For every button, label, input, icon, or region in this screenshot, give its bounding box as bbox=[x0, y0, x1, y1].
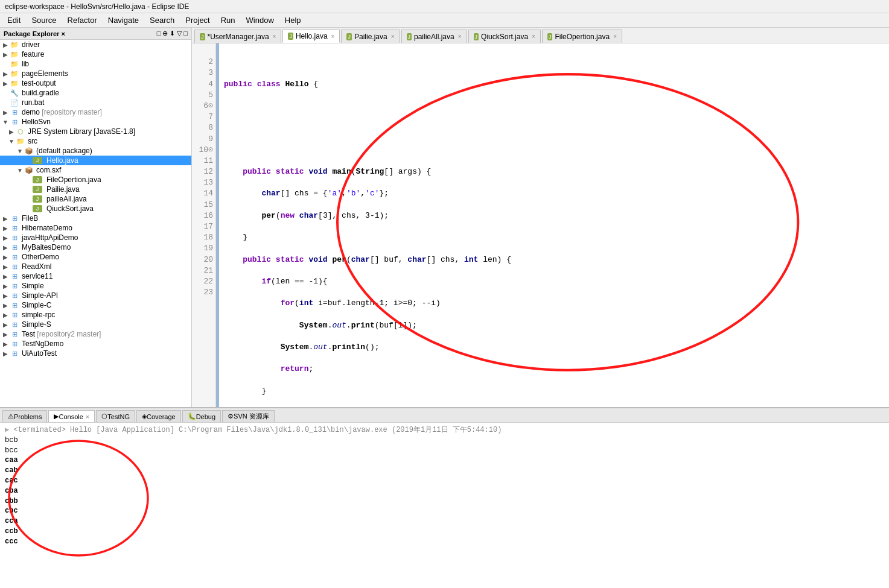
bat-icon: 📄 bbox=[10, 99, 19, 107]
sidebar-item-pailieall[interactable]: J pailieAll.java bbox=[0, 194, 191, 204]
tab-close-icon[interactable]: × bbox=[613, 33, 617, 40]
menu-navigate[interactable]: Navigate bbox=[103, 14, 144, 26]
sidebar-controls[interactable]: □ ⊕ ⬇ ▽ □ bbox=[157, 30, 188, 37]
sidebar-item-buildgradle[interactable]: 🔧 build.gradle bbox=[0, 88, 191, 98]
problems-icon: ⚠ bbox=[8, 413, 14, 420]
tab-problems[interactable]: ⚠ Problems bbox=[2, 410, 47, 422]
tab-label: TestNG bbox=[107, 413, 130, 420]
sidebar-item-label: Test [repository2 master] bbox=[22, 330, 101, 338]
menu-source[interactable]: Source bbox=[27, 14, 61, 26]
project-icon: ⊞ bbox=[10, 292, 19, 300]
project-icon: ⊞ bbox=[10, 350, 19, 358]
sidebar-item-pageElements[interactable]: ▶ 📁 pageElements bbox=[0, 69, 191, 78]
sidebar-item-qiucksort[interactable]: J QiuckSort.java bbox=[0, 204, 191, 213]
tab-close-icon[interactable]: × bbox=[458, 33, 462, 40]
tab-debug[interactable]: 🐛 Debug bbox=[182, 410, 221, 422]
sidebar-item-label: ReadXml bbox=[22, 262, 51, 271]
sidebar-item-fileb[interactable]: ▶ ⊞ FileB bbox=[0, 213, 191, 223]
sidebar-item-pailie[interactable]: J Pailie.java bbox=[0, 185, 191, 194]
sidebar-item-fileopertion[interactable]: J FileOpertion.java bbox=[0, 175, 191, 185]
tab-close-icon[interactable]: × bbox=[86, 413, 89, 420]
code-line-7: char[] chs = {'a','b','c'}; bbox=[224, 188, 884, 199]
sidebar-item-comsxf[interactable]: ▼ 📦 com.sxf bbox=[0, 165, 191, 175]
sidebar-ctrl-1[interactable]: □ bbox=[157, 30, 161, 37]
menu-edit[interactable]: Edit bbox=[2, 14, 25, 26]
sidebar-item-javahttpapi[interactable]: ▶ ⊞ javaHttpApiDemo bbox=[0, 233, 191, 242]
arrow-icon: ▶ bbox=[2, 292, 8, 299]
sidebar-item-hellojava[interactable]: J Hello.java bbox=[0, 156, 191, 165]
menu-run[interactable]: Run bbox=[216, 14, 240, 26]
menu-project[interactable]: Project bbox=[180, 14, 214, 26]
project-icon: ⊞ bbox=[10, 244, 19, 251]
sidebar-item-service11[interactable]: ▶ ⊞ service11 bbox=[0, 271, 191, 281]
sidebar-ctrl-2[interactable]: ⊕ bbox=[162, 30, 168, 37]
sidebar-item-src[interactable]: ▼ 📁 src bbox=[0, 136, 191, 146]
sidebar-item-readxml[interactable]: ▶ ⊞ ReadXml bbox=[0, 262, 191, 271]
sidebar-ctrl-5[interactable]: □ bbox=[183, 30, 188, 37]
project-icon: ⊞ bbox=[10, 224, 19, 232]
menu-window[interactable]: Window bbox=[241, 14, 279, 26]
code-line-16: } bbox=[224, 386, 884, 397]
menu-search[interactable]: Search bbox=[145, 14, 179, 26]
sidebar-item-simples[interactable]: ▶ ⊞ Simple-S bbox=[0, 320, 191, 329]
tab-close-icon[interactable]: × bbox=[273, 33, 276, 40]
sidebar-item-uiautotest[interactable]: ▶ ⊞ UiAutoTest bbox=[0, 349, 191, 358]
sidebar-item-simplec[interactable]: ▶ ⊞ Simple-C bbox=[0, 300, 191, 310]
arrow-icon: ▶ bbox=[2, 235, 8, 241]
sidebar-item-label: (default package) bbox=[36, 147, 92, 155]
tab-testng[interactable]: ⬡ TestNG bbox=[96, 410, 135, 422]
code-editor[interactable]: 2 3 4 5 6⊙ 7 8 9 10⊙ 11 12 13 14 15 bbox=[192, 43, 889, 407]
folder-icon: 📁 bbox=[10, 70, 19, 78]
sidebar-item-testngdemo[interactable]: ▶ ⊞ TestNgDemo bbox=[0, 339, 191, 349]
sidebar-item-demo[interactable]: ▶ ⊞ demo [repository master] bbox=[0, 107, 191, 117]
sidebar-header: Package Explorer × □ ⊕ ⬇ ▽ □ bbox=[0, 28, 191, 40]
tab-svn[interactable]: ⚙ SVN 资源库 bbox=[222, 410, 275, 422]
tab-coverage[interactable]: ◈ Coverage bbox=[136, 410, 181, 422]
sidebar-item-runbat[interactable]: 📄 run.bat bbox=[0, 98, 191, 107]
sidebar-item-jre[interactable]: ▶ ⬡ JRE System Library [JavaSE-1.8] bbox=[0, 127, 191, 136]
top-area: Package Explorer × □ ⊕ ⬇ ▽ □ ▶ 📁 driver … bbox=[0, 28, 889, 407]
tab-pailieall[interactable]: J pailieAll.java × bbox=[401, 30, 467, 43]
tab-label: Console bbox=[59, 413, 83, 420]
tab-pailie[interactable]: J Pailie.java × bbox=[341, 30, 400, 43]
code-line-6: public static void main(String[] args) { bbox=[224, 166, 884, 177]
sidebar-item-driver[interactable]: ▶ 📁 driver bbox=[0, 40, 191, 49]
package-explorer: Package Explorer × □ ⊕ ⬇ ▽ □ ▶ 📁 driver … bbox=[0, 28, 192, 407]
java-icon: J bbox=[33, 176, 42, 183]
tab-hello[interactable]: J Hello.java × bbox=[282, 30, 340, 43]
tab-fileopertion[interactable]: J FileOpertion.java × bbox=[542, 30, 622, 43]
menu-help[interactable]: Help bbox=[280, 14, 306, 26]
sidebar-item-feature[interactable]: ▶ 📁 feature bbox=[0, 49, 191, 59]
tab-close-icon[interactable]: × bbox=[331, 33, 335, 40]
sidebar-item-defaultpkg[interactable]: ▼ 📦 (default package) bbox=[0, 146, 191, 156]
code-content[interactable]: public class Hello { public static void … bbox=[219, 43, 889, 407]
arrow-icon: ▶ bbox=[8, 128, 14, 135]
sidebar-item-simplerpc[interactable]: ▶ ⊞ simple-rpc bbox=[0, 310, 191, 320]
tab-qiucksort[interactable]: J QiuckSort.java × bbox=[468, 30, 541, 43]
sidebar-item-hellosvn[interactable]: ▼ ⊞ HelloSvn bbox=[0, 117, 191, 127]
sidebar-item-hibernatedemo[interactable]: ▶ ⊞ HibernateDemo bbox=[0, 223, 191, 233]
sidebar-item-label: run.bat bbox=[22, 98, 44, 107]
sidebar-item-mybaites[interactable]: ▶ ⊞ MyBaitesDemo bbox=[0, 242, 191, 252]
java-tab-icon: J bbox=[200, 33, 205, 40]
tab-label: Debug bbox=[196, 413, 215, 420]
sidebar-ctrl-4[interactable]: ▽ bbox=[177, 30, 182, 37]
tab-console[interactable]: ▶ Console × bbox=[48, 410, 95, 422]
sidebar-ctrl-3[interactable]: ⬇ bbox=[170, 30, 175, 37]
arrow-icon: ▶ bbox=[2, 42, 8, 48]
sidebar-item-label: Simple-API bbox=[22, 291, 58, 300]
sidebar-item-label: Simple-S bbox=[22, 320, 51, 329]
folder-icon: 📁 bbox=[10, 80, 19, 87]
menu-refactor[interactable]: Refactor bbox=[63, 14, 102, 26]
project-icon: ⊞ bbox=[10, 330, 19, 338]
sidebar-item-lib[interactable]: 📁 lib bbox=[0, 59, 191, 69]
sidebar-item-test[interactable]: ▶ ⊞ Test [repository2 master] bbox=[0, 329, 191, 339]
sidebar-item-testoutput[interactable]: ▶ 📁 test-output bbox=[0, 78, 191, 88]
tab-usermanager[interactable]: J *UserManager.java × bbox=[194, 30, 281, 43]
sidebar-item-otherdemo[interactable]: ▶ ⊞ OtherDemo bbox=[0, 252, 191, 262]
arrow-icon: ▶ bbox=[2, 273, 8, 280]
sidebar-item-simple[interactable]: ▶ ⊞ Simple bbox=[0, 281, 191, 291]
tab-close-icon[interactable]: × bbox=[532, 33, 535, 40]
sidebar-item-simpleapi[interactable]: ▶ ⊞ Simple-API bbox=[0, 291, 191, 300]
tab-close-icon[interactable]: × bbox=[391, 33, 395, 40]
